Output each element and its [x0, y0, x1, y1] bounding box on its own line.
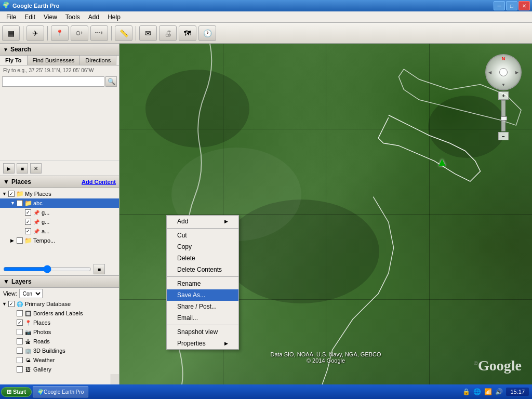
stop-button[interactable]: ■ [17, 163, 28, 174]
expand-my-places-icon: ▼ [2, 191, 7, 196]
menu-tools[interactable]: Tools [61, 12, 84, 22]
map-button[interactable]: 🗺 [179, 25, 196, 41]
placemark-button[interactable]: 📍 [51, 25, 69, 41]
email-button[interactable]: ✉ [139, 25, 157, 41]
checkbox-item3[interactable] [25, 228, 31, 234]
toolbar-separator-4 [136, 26, 136, 41]
layer-roads[interactable]: 🛣 Roads [0, 337, 119, 346]
time-button[interactable]: 🕐 [198, 25, 216, 41]
zoom-in-button[interactable]: + [498, 91, 509, 100]
layer-photos[interactable]: 📷 Photos [0, 327, 119, 337]
menu-edit[interactable]: Edit [20, 12, 39, 22]
ctx-share[interactable]: Share / Post... [167, 301, 238, 312]
ctx-share-label: Share / Post... [177, 303, 217, 310]
polygon-button[interactable]: ⬡+ [71, 25, 88, 41]
ctx-snapshot-view[interactable]: Snapshot view [167, 326, 238, 338]
menu-add[interactable]: Add [84, 12, 103, 22]
ctx-delete-contents[interactable]: Delete Contents [167, 264, 238, 275]
places-tree: ▼ 📁 My Places ▼ 📁 abc 📌 g... 📌 [0, 188, 119, 263]
checkbox-roads[interactable] [17, 338, 23, 344]
nav-center[interactable] [499, 68, 508, 76]
places-item-2[interactable]: 📌 g... [0, 217, 119, 227]
minimize-button[interactable]: ─ [494, 1, 505, 10]
places-abc-folder[interactable]: ▼ 📁 abc [0, 198, 119, 208]
fly-to-button[interactable]: ✈ [26, 25, 44, 41]
add-content-button[interactable]: Add Content [82, 179, 116, 185]
close-transport-button[interactable]: ✕ [30, 163, 42, 174]
maximize-button[interactable]: □ [506, 1, 517, 10]
google-watermark: ©Google [474, 357, 522, 374]
places-header: ▼ Places Add Content [0, 176, 119, 188]
places-layer-icon: 📍 [24, 318, 32, 327]
checkbox-3d[interactable] [17, 348, 23, 354]
ctx-rename-label: Rename [177, 280, 201, 287]
east-arrow: ▶ [515, 70, 518, 75]
checkbox-gallery[interactable] [17, 366, 23, 373]
map-area[interactable]: ▲ Data SIO, NOAA, U.S. Navy, NGA, GEBCO … [119, 44, 532, 384]
checkbox-abc[interactable] [17, 200, 23, 206]
view-label: View: [3, 290, 17, 297]
checkbox-item1[interactable] [25, 209, 31, 216]
zoom-slider[interactable] [3, 267, 91, 272]
toolbar-separator-2 [47, 26, 48, 41]
taskbar-app-button[interactable]: 🌍 Google Earth Pro [33, 386, 88, 397]
checkbox-primary[interactable] [8, 301, 15, 307]
zoom-bar[interactable] [501, 100, 506, 131]
borders-label: Borders and Labels [33, 310, 117, 316]
search-input[interactable] [2, 76, 104, 87]
checkbox-borders[interactable] [17, 310, 23, 316]
borders-icon: 🔲 [24, 309, 32, 317]
ctx-email[interactable]: Email... [167, 312, 238, 324]
3d-buildings-icon: 🏢 [24, 347, 32, 355]
layer-gallery[interactable]: 🖼 Gallery [0, 365, 119, 374]
nav-ring[interactable]: N ▼ ◀ ▶ [485, 54, 522, 90]
ctx-copy-label: Copy [177, 243, 192, 250]
close-button[interactable]: ✕ [518, 1, 530, 10]
zoom-out-button[interactable]: − [498, 132, 509, 140]
layer-places[interactable]: 📍 Places [0, 318, 119, 327]
tab-directions[interactable]: Directions [80, 56, 116, 65]
stop-btn-2[interactable]: ■ [94, 264, 105, 274]
photos-icon: 📷 [24, 328, 32, 336]
checkbox-weather[interactable] [17, 357, 23, 363]
navigation-controls: N ▼ ◀ ▶ + − [485, 54, 522, 140]
toggle-sidebar-button[interactable]: ▤ [2, 25, 20, 41]
places-my-places[interactable]: ▼ 📁 My Places [0, 189, 119, 198]
checkbox-photos[interactable] [17, 329, 23, 335]
ctx-rename[interactable]: Rename [167, 278, 238, 289]
menu-file[interactable]: File [2, 12, 20, 22]
view-dropdown[interactable]: Con All [19, 289, 43, 298]
ctx-sep-3 [167, 325, 238, 325]
layer-weather[interactable]: 🌤 Weather [0, 355, 119, 365]
menu-view[interactable]: View [39, 12, 61, 22]
zoom-handle[interactable] [501, 116, 507, 121]
checkbox-my-places[interactable] [8, 191, 15, 197]
checkbox-places-layer[interactable] [17, 320, 23, 326]
layer-primary-db[interactable]: ▼ 🌐 Primary Database [0, 299, 119, 309]
layers-scrollbar[interactable] [111, 374, 119, 384]
places-item-1[interactable]: 📌 g... [0, 208, 119, 217]
search-button[interactable]: 🔍 [105, 76, 117, 87]
ctx-snapshot-label: Snapshot view [177, 328, 218, 336]
ctx-add[interactable]: Add ▶ [167, 216, 238, 227]
ctx-cut[interactable]: Cut [167, 230, 238, 241]
play-button[interactable]: ▶ [3, 163, 15, 174]
places-temporary[interactable]: ▶ 📁 Tempo... [0, 236, 119, 245]
layer-3d-buildings[interactable]: 🏢 3D Buildings [0, 346, 119, 355]
path-button[interactable]: 〰+ [90, 25, 108, 41]
ctx-save-as[interactable]: Save As... [167, 289, 238, 301]
checkbox-temporary[interactable] [17, 237, 23, 244]
places-item-3[interactable]: 📌 a... [0, 227, 119, 236]
menu-help[interactable]: Help [103, 12, 125, 22]
print-button[interactable]: 🖨 [159, 25, 177, 41]
ctx-copy[interactable]: Copy [167, 241, 238, 252]
ruler-button[interactable]: 📏 [115, 25, 132, 41]
checkbox-item2[interactable] [25, 219, 31, 225]
search-tabs: Fly To Find Businesses Directions [0, 56, 119, 65]
tab-find-businesses[interactable]: Find Businesses [28, 56, 81, 65]
ctx-delete[interactable]: Delete [167, 252, 238, 264]
tab-fly-to[interactable]: Fly To [0, 56, 28, 65]
layer-borders[interactable]: 🔲 Borders and Labels [0, 309, 119, 318]
ctx-properties[interactable]: Properties ▶ [167, 338, 238, 349]
start-button[interactable]: ⊞ Start [1, 387, 32, 397]
